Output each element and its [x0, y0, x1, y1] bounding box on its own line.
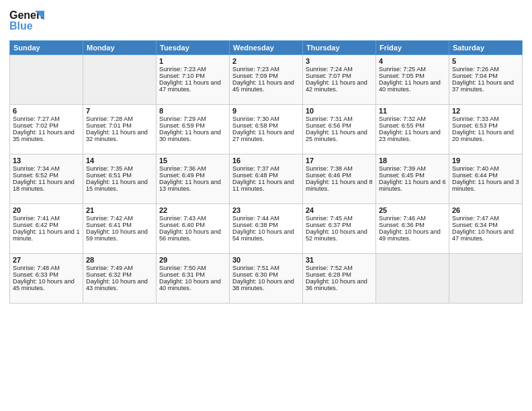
logo-icon: General Blue: [9, 7, 44, 36]
day-number: 14: [86, 156, 153, 165]
daylight-label: Daylight: 11 hours and 25 minutes.: [306, 129, 367, 142]
calendar-cell: 5Sunrise: 7:26 AMSunset: 7:04 PMDaylight…: [449, 55, 523, 105]
sunrise-label: Sunrise: 7:29 AM: [159, 116, 206, 122]
sunrise-label: Sunrise: 7:27 AM: [13, 116, 60, 122]
sunset-label: Sunset: 6:52 PM: [13, 172, 58, 179]
day-number: 5: [452, 57, 519, 65]
sunset-label: Sunset: 6:53 PM: [452, 122, 498, 129]
calendar-cell: 9Sunrise: 7:30 AMSunset: 6:58 PMDaylight…: [230, 105, 303, 154]
day-number: 22: [159, 206, 226, 214]
sunset-label: Sunset: 7:02 PM: [13, 122, 58, 129]
sunrise-label: Sunrise: 7:47 AM: [452, 215, 499, 222]
col-header-saturday: Saturday: [449, 41, 523, 55]
sunset-label: Sunset: 6:36 PM: [379, 222, 425, 228]
sunrise-label: Sunrise: 7:30 AM: [232, 116, 279, 122]
svg-text:Blue: Blue: [9, 20, 33, 32]
day-number: 20: [13, 206, 80, 214]
sunrise-label: Sunrise: 7:49 AM: [86, 265, 133, 271]
sunrise-label: Sunrise: 7:50 AM: [159, 265, 206, 271]
calendar-cell: 11Sunrise: 7:32 AMSunset: 6:55 PMDayligh…: [376, 105, 449, 154]
calendar-cell: 3Sunrise: 7:24 AMSunset: 7:07 PMDaylight…: [303, 55, 376, 105]
day-number: 13: [13, 156, 80, 165]
day-number: 19: [452, 156, 519, 165]
sunset-label: Sunset: 6:34 PM: [452, 222, 498, 228]
sunset-label: Sunset: 6:59 PM: [159, 122, 205, 129]
calendar-cell: 8Sunrise: 7:29 AMSunset: 6:59 PMDaylight…: [157, 105, 230, 154]
calendar-cell: 21Sunrise: 7:42 AMSunset: 6:41 PMDayligh…: [83, 204, 157, 254]
sunrise-label: Sunrise: 7:52 AM: [306, 265, 353, 271]
sunset-label: Sunset: 6:38 PM: [232, 222, 278, 228]
daylight-label: Daylight: 10 hours and 49 minutes.: [379, 228, 441, 242]
daylight-label: Daylight: 11 hours and 6 minutes.: [379, 179, 446, 192]
sunset-label: Sunset: 6:31 PM: [159, 271, 205, 278]
daylight-label: Daylight: 10 hours and 40 minutes.: [159, 278, 221, 291]
daylight-label: Daylight: 10 hours and 59 minutes.: [86, 228, 148, 242]
sunrise-label: Sunrise: 7:42 AM: [86, 215, 133, 222]
sunset-label: Sunset: 6:28 PM: [306, 271, 351, 278]
calendar-cell: 30Sunrise: 7:51 AMSunset: 6:30 PMDayligh…: [230, 254, 303, 304]
sunrise-label: Sunrise: 7:25 AM: [379, 66, 426, 73]
sunset-label: Sunset: 6:48 PM: [232, 172, 278, 179]
sunset-label: Sunset: 6:56 PM: [306, 122, 351, 129]
sunrise-label: Sunrise: 7:45 AM: [306, 215, 353, 222]
sunrise-label: Sunrise: 7:37 AM: [232, 165, 279, 172]
sunset-label: Sunset: 7:07 PM: [306, 73, 351, 79]
calendar-cell: 10Sunrise: 7:31 AMSunset: 6:56 PMDayligh…: [303, 105, 376, 154]
sunset-label: Sunset: 6:41 PM: [86, 222, 132, 228]
daylight-label: Daylight: 11 hours and 37 minutes.: [452, 79, 514, 93]
calendar-cell: 25Sunrise: 7:46 AMSunset: 6:36 PMDayligh…: [376, 204, 449, 254]
sunset-label: Sunset: 6:30 PM: [232, 271, 278, 278]
sunrise-label: Sunrise: 7:40 AM: [452, 165, 499, 172]
sunrise-label: Sunrise: 7:38 AM: [306, 165, 353, 172]
daylight-label: Daylight: 11 hours and 20 minutes.: [452, 129, 514, 142]
daylight-label: Daylight: 10 hours and 54 minutes.: [232, 228, 294, 242]
day-number: 23: [232, 206, 300, 214]
sunrise-label: Sunrise: 7:41 AM: [13, 215, 60, 222]
calendar-cell: 13Sunrise: 7:34 AMSunset: 6:52 PMDayligh…: [10, 154, 83, 204]
sunrise-label: Sunrise: 7:46 AM: [379, 215, 426, 222]
calendar-cell: 7Sunrise: 7:28 AMSunset: 7:01 PMDaylight…: [83, 105, 157, 154]
sunset-label: Sunset: 6:33 PM: [13, 271, 58, 278]
calendar-cell: 27Sunrise: 7:48 AMSunset: 6:33 PMDayligh…: [10, 254, 83, 304]
daylight-label: Daylight: 11 hours and 1 minute.: [13, 228, 80, 242]
daylight-label: Daylight: 11 hours and 27 minutes.: [232, 129, 294, 142]
day-number: 24: [306, 206, 373, 214]
day-number: 21: [86, 206, 153, 214]
calendar-cell: 15Sunrise: 7:36 AMSunset: 6:49 PMDayligh…: [157, 154, 230, 204]
day-number: 31: [306, 256, 373, 264]
day-number: 30: [232, 256, 300, 264]
col-header-monday: Monday: [83, 41, 157, 55]
daylight-label: Daylight: 11 hours and 42 minutes.: [306, 79, 367, 93]
calendar-cell: 6Sunrise: 7:27 AMSunset: 7:02 PMDaylight…: [10, 105, 83, 154]
calendar-cell: 22Sunrise: 7:43 AMSunset: 6:40 PMDayligh…: [157, 204, 230, 254]
calendar-table: SundayMondayTuesdayWednesdayThursdayFrid…: [9, 40, 523, 304]
day-number: 8: [159, 107, 226, 115]
day-number: 15: [159, 156, 226, 165]
sunrise-label: Sunrise: 7:24 AM: [306, 66, 353, 73]
header: General Blue: [9, 7, 523, 36]
day-number: 17: [306, 156, 373, 165]
sunset-label: Sunset: 6:32 PM: [86, 271, 132, 278]
col-header-sunday: Sunday: [10, 41, 83, 55]
daylight-label: Daylight: 11 hours and 45 minutes.: [232, 79, 294, 93]
calendar-cell: [83, 55, 157, 105]
daylight-label: Daylight: 11 hours and 40 minutes.: [379, 79, 441, 93]
col-header-wednesday: Wednesday: [230, 41, 303, 55]
sunset-label: Sunset: 6:58 PM: [232, 122, 278, 129]
sunrise-label: Sunrise: 7:43 AM: [159, 215, 206, 222]
calendar-cell: 17Sunrise: 7:38 AMSunset: 6:46 PMDayligh…: [303, 154, 376, 204]
calendar-cell: 20Sunrise: 7:41 AMSunset: 6:42 PMDayligh…: [10, 204, 83, 254]
calendar-cell: 31Sunrise: 7:52 AMSunset: 6:28 PMDayligh…: [303, 254, 376, 304]
day-number: 18: [379, 156, 446, 165]
day-number: 7: [86, 107, 153, 115]
daylight-label: Daylight: 11 hours and 18 minutes.: [13, 179, 75, 192]
calendar-cell: 26Sunrise: 7:47 AMSunset: 6:34 PMDayligh…: [449, 204, 523, 254]
day-number: 10: [306, 107, 373, 115]
sunset-label: Sunset: 7:09 PM: [232, 73, 278, 79]
calendar-cell: 16Sunrise: 7:37 AMSunset: 6:48 PMDayligh…: [230, 154, 303, 204]
sunset-label: Sunset: 6:55 PM: [379, 122, 425, 129]
logo: General Blue: [9, 7, 44, 36]
calendar-cell: 12Sunrise: 7:33 AMSunset: 6:53 PMDayligh…: [449, 105, 523, 154]
day-number: 12: [452, 107, 519, 115]
sunset-label: Sunset: 7:04 PM: [452, 73, 498, 79]
